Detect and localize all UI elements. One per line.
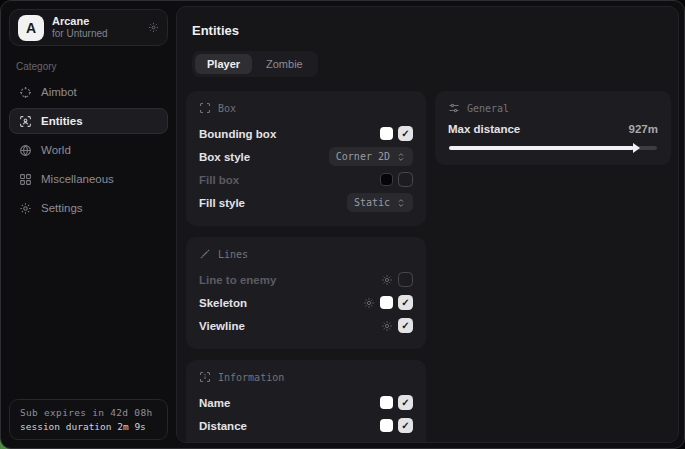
setting-row-bounding-box: Bounding box ✓ [199, 123, 413, 144]
lines-card: Lines Line to enemy Skeleton [186, 237, 426, 349]
sidebar-item-entities[interactable]: Entities [9, 108, 168, 134]
color-swatch[interactable] [380, 127, 393, 140]
setting-label: Viewline [199, 320, 245, 332]
setting-row-distance: Distance ✓ [199, 415, 413, 436]
dropdown-value: Static [354, 197, 390, 208]
brand-logo: A [18, 15, 44, 41]
setting-row-box-style: Box style Corner 2D [199, 146, 413, 167]
row-settings-gear-icon[interactable] [381, 320, 393, 332]
brand-name: Arcane [52, 15, 140, 28]
checkbox-checked[interactable]: ✓ [398, 295, 413, 310]
setting-label: Name [199, 397, 230, 409]
setting-row-fill-box: Fill box [199, 169, 413, 190]
sidebar-item-label: Aimbot [41, 86, 77, 98]
slider-thumb[interactable] [633, 143, 640, 153]
chevrons-up-down-icon [396, 152, 406, 162]
general-card: General Max distance 927m [435, 91, 671, 165]
color-swatch[interactable] [380, 296, 393, 309]
setting-label: Bounding box [199, 128, 276, 140]
diagonal-line-icon [199, 248, 211, 260]
setting-label: Skeleton [199, 297, 247, 309]
setting-row-skeleton: Skeleton ✓ [199, 292, 413, 313]
entities-scan-icon [18, 115, 32, 128]
sidebar-item-label: Miscellaneous [41, 173, 114, 185]
card-title: Lines [218, 249, 248, 260]
gear-icon [18, 202, 32, 215]
sidebar-item-world[interactable]: World [9, 137, 168, 163]
card-title: General [467, 103, 509, 114]
subscription-info-box: Sub expires in 42d 08h session duration … [9, 399, 168, 440]
tab-zombie[interactable]: Zombie [254, 54, 315, 74]
color-swatch[interactable] [380, 173, 393, 186]
checkbox-unchecked[interactable] [398, 272, 413, 287]
sidebar-item-aimbot[interactable]: Aimbot [9, 79, 168, 105]
sidebar-item-label: Entities [41, 115, 83, 127]
color-swatch[interactable] [380, 396, 393, 409]
setting-label: Box style [199, 151, 250, 163]
setting-label: Line to enemy [199, 274, 276, 286]
sidebar-item-label: Settings [41, 202, 83, 214]
globe-icon [18, 144, 32, 157]
information-card: Information Name ✓ Distance ✓ [186, 360, 426, 443]
sidebar-item-settings[interactable]: Settings [9, 195, 168, 221]
brand-settings-gear-icon[interactable] [148, 22, 159, 33]
max-distance-slider[interactable] [449, 146, 657, 150]
sub-expiry-text: Sub expires in 42d 08h [20, 407, 157, 418]
sidebar-item-label: World [41, 144, 71, 156]
color-swatch[interactable] [380, 419, 393, 432]
slider-fill [449, 146, 634, 150]
grid-icon [18, 173, 32, 186]
scan-corners-icon [199, 102, 211, 114]
card-title: Information [218, 372, 284, 383]
setting-row-viewline: Viewline ✓ [199, 315, 413, 336]
checkbox-checked[interactable]: ✓ [398, 395, 413, 410]
setting-row-name: Name ✓ [199, 392, 413, 413]
box-style-dropdown[interactable]: Corner 2D [329, 147, 413, 166]
session-duration-text: session duration 2m 9s [20, 421, 157, 432]
box-card: Box Bounding box ✓ Box style Corn [186, 91, 426, 226]
checkbox-checked[interactable]: ✓ [398, 126, 413, 141]
main-panel: Entities Player Zombie Box Bounding box [176, 6, 679, 443]
setting-row-fill-style: Fill style Static [199, 192, 413, 213]
checkbox-checked[interactable]: ✓ [398, 318, 413, 333]
chevrons-up-down-icon [396, 198, 406, 208]
sidebar-item-miscellaneous[interactable]: Miscellaneous [9, 166, 168, 192]
arcane-cheat-window: A Arcane for Unturned Category Aimbot En… [0, 0, 685, 449]
checkbox-unchecked[interactable] [398, 172, 413, 187]
card-title: Box [218, 103, 236, 114]
category-label: Category [16, 61, 161, 72]
tab-player[interactable]: Player [195, 54, 252, 74]
checkbox-checked[interactable]: ✓ [398, 418, 413, 433]
max-distance-value: 927m [629, 123, 658, 135]
row-settings-gear-icon[interactable] [381, 274, 393, 286]
setting-label: Fill box [199, 174, 239, 186]
setting-label: Distance [199, 420, 247, 432]
fill-style-dropdown[interactable]: Static [347, 193, 413, 212]
setting-row-line-to-enemy: Line to enemy [199, 269, 413, 290]
crosshair-icon [18, 86, 32, 99]
brand-card: A Arcane for Unturned [9, 9, 168, 46]
sidebar: A Arcane for Unturned Category Aimbot En… [1, 1, 176, 448]
entity-type-tabs: Player Zombie [192, 51, 318, 77]
page-title: Entities [192, 23, 669, 38]
setting-label: Max distance [448, 123, 520, 135]
setting-label: Fill style [199, 197, 245, 209]
row-settings-gear-icon[interactable] [363, 297, 375, 309]
sliders-icon [448, 102, 460, 114]
dropdown-value: Corner 2D [336, 151, 390, 162]
setting-row-max-distance: Max distance 927m [448, 123, 658, 135]
brand-subtitle: for Unturned [52, 28, 140, 40]
info-icon [199, 371, 211, 383]
